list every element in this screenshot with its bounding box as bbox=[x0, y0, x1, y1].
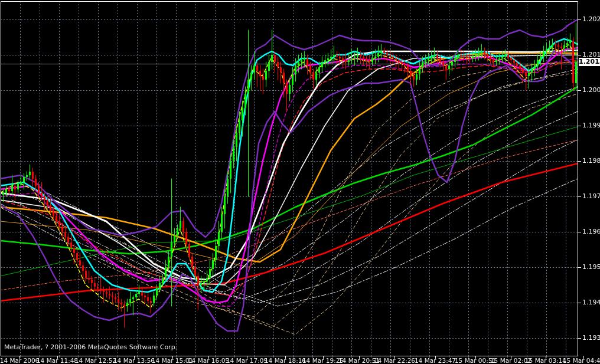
time-axis-label: 14 Mar 23:47 bbox=[412, 357, 458, 364]
price-axis-label: 1.1985 bbox=[582, 158, 600, 165]
price-axis-label: 1.1955 bbox=[582, 264, 600, 271]
price-axis-label: 1.1965 bbox=[582, 228, 600, 235]
price-axis-label: 1.2005 bbox=[582, 87, 600, 94]
chart-plot-area[interactable] bbox=[0, 0, 600, 364]
price-axis-label: 1.1995 bbox=[582, 122, 600, 129]
time-axis-label: 15 Mar 04:49 bbox=[560, 357, 600, 364]
time-axis-label: 14 Mar 22:26 bbox=[371, 357, 418, 364]
price-axis-label: 1.1935 bbox=[582, 335, 600, 342]
metatrader-chart-window: { "app": { "copyright": "MetaTrader, ? 2… bbox=[0, 0, 600, 364]
price-axis-label: 1.2025 bbox=[582, 16, 600, 23]
copyright-text: MetaTrader, ? 2001-2006 MetaQuotes Softw… bbox=[4, 343, 177, 351]
price-axis-label: 1.1975 bbox=[582, 193, 600, 200]
price-axis-label: 1.1945 bbox=[582, 299, 600, 306]
current-price-badge: 1.2013 bbox=[579, 58, 600, 66]
